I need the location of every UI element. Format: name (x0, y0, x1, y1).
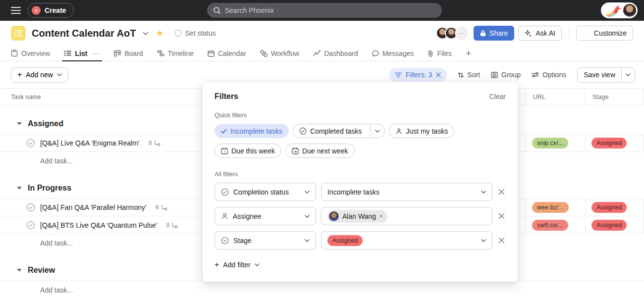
quick-filter-due-next-week[interactable]: Due next week (285, 144, 355, 158)
set-status-label: Set status (185, 29, 216, 37)
project-chevron-down-icon[interactable] (143, 32, 149, 36)
quick-filter-due-this-week[interactable]: 7 Due this week (215, 144, 281, 158)
share-button-label: Share (489, 29, 508, 37)
add-tab-button[interactable]: + (466, 48, 471, 59)
task-check-circle-icon[interactable] (26, 203, 35, 212)
tab-list[interactable]: List ··· (64, 46, 100, 61)
filter-value-dropdown[interactable]: Alan Wang × (321, 207, 492, 225)
workflow-icon (260, 50, 268, 57)
clear-filters-x-icon[interactable] (436, 72, 441, 77)
stage-cell[interactable]: Assigned (585, 135, 644, 151)
share-button[interactable]: Share (474, 26, 514, 41)
quick-filter-completed-tasks-main[interactable]: Completed tasks (293, 124, 367, 138)
collapse-triangle-icon[interactable] (17, 187, 22, 190)
assignee-chip[interactable]: Alan Wang × (327, 210, 387, 223)
member-avatars[interactable]: ··· (436, 27, 468, 40)
hamburger-menu-icon[interactable] (11, 7, 21, 14)
remove-filter-x-icon[interactable] (497, 236, 506, 245)
filter-field-dropdown[interactable]: Assignee (215, 207, 316, 225)
filters-active-chip[interactable]: Filters: 3 (389, 68, 447, 82)
customize-button[interactable]: Customize (576, 26, 633, 41)
subtask-count: 8 (166, 222, 178, 229)
subtask-icon (154, 140, 161, 146)
stage-cell[interactable]: Assigned (585, 216, 644, 234)
sort-icon (458, 72, 464, 78)
remove-assignee-x-icon[interactable]: × (379, 213, 383, 220)
customize-label: Customize (594, 29, 627, 37)
tab-calendar-label: Calendar (218, 50, 246, 57)
phoenix-bird-icon (605, 4, 622, 17)
project-icon[interactable] (11, 26, 26, 41)
tab-dashboard[interactable]: Dashboard (313, 46, 358, 61)
save-view-chevron-button[interactable] (621, 68, 635, 82)
favorite-star-icon[interactable]: ★ (156, 28, 163, 39)
add-task-row[interactable]: Add task... (0, 281, 644, 298)
remove-filter-x-icon[interactable] (497, 212, 506, 220)
create-button[interactable]: + Create (28, 3, 74, 18)
add-new-button[interactable]: + Add new (11, 67, 68, 83)
search-bar[interactable] (207, 3, 442, 18)
filter-row-completion-status: Completion status Incomplete tasks (215, 183, 506, 201)
url-pill: wee.bz/... (532, 202, 569, 213)
chevron-down-icon (305, 239, 310, 242)
clear-filters-button[interactable]: Clear (489, 93, 506, 100)
check-icon (221, 129, 227, 134)
save-view-split-button: Save view (577, 67, 635, 83)
topbar: + Create (0, 0, 644, 21)
all-filters-label: All filters (215, 171, 506, 178)
section-title: Assigned (28, 119, 63, 128)
url-cell[interactable]: wee.bz/... (526, 199, 585, 216)
overview-icon (11, 50, 18, 57)
sort-button[interactable]: Sort (458, 71, 480, 79)
task-name[interactable]: [Q&A] Live Q&A 'Enigma Realm' (40, 139, 140, 147)
url-cell[interactable]: snip.cx/... (526, 135, 585, 151)
chevron-down-icon (57, 73, 62, 76)
tab-files[interactable]: Files (428, 46, 452, 61)
add-filter-button[interactable]: + Add filter (215, 260, 506, 269)
stage-cell[interactable]: Assigned (585, 199, 644, 216)
url-cell[interactable]: swft.co/... (526, 216, 585, 234)
task-name[interactable]: [Q&A] BTS Live Q&A 'Quantum Pulse' (40, 221, 157, 229)
task-name[interactable]: [Q&A] Fan Q&A 'Parallel Harmony' (40, 203, 147, 211)
lock-icon (480, 30, 486, 37)
collapse-triangle-icon[interactable] (17, 269, 22, 272)
ask-ai-button[interactable]: Ask AI (518, 26, 562, 41)
tab-messages-label: Messages (382, 50, 414, 57)
search-icon (213, 6, 221, 14)
calendar-icon (208, 50, 215, 57)
filter-value-dropdown[interactable]: Assigned (321, 231, 492, 249)
user-avatar[interactable] (623, 4, 636, 17)
quick-filter-incomplete-tasks[interactable]: Incomplete tasks (215, 124, 289, 138)
remove-filter-x-icon[interactable] (497, 188, 506, 196)
user-avatar-pill[interactable] (601, 2, 638, 18)
tab-list-overflow-icon[interactable]: ··· (92, 50, 100, 57)
save-view-button[interactable]: Save view (578, 68, 621, 82)
quick-filter-just-my-tasks[interactable]: Just my tasks (389, 124, 454, 138)
task-check-circle-icon[interactable] (26, 221, 35, 230)
filter-value-dropdown[interactable]: Incomplete tasks (321, 183, 492, 201)
tab-timeline[interactable]: Timeline (157, 46, 194, 61)
set-status-button[interactable]: Set status (175, 29, 216, 37)
tab-messages[interactable]: Messages (372, 46, 414, 61)
quick-filter-completed-tasks-chevron[interactable] (370, 124, 384, 138)
tab-board[interactable]: Board (114, 46, 143, 61)
options-label: Options (542, 71, 566, 79)
group-button[interactable]: Group (491, 71, 521, 79)
task-check-circle-icon[interactable] (26, 139, 35, 148)
more-members-button[interactable]: ··· (455, 27, 468, 40)
filter-field-dropdown[interactable]: Completion status (215, 183, 316, 201)
column-header-stage[interactable]: Stage (585, 89, 644, 105)
status-circle-icon (175, 30, 182, 37)
tab-workflow[interactable]: Workflow (260, 46, 299, 61)
options-button[interactable]: Options (532, 71, 566, 79)
collapse-triangle-icon[interactable] (17, 122, 22, 125)
filter-field-dropdown[interactable]: Stage (215, 231, 316, 249)
column-header-url[interactable]: URL (526, 89, 585, 105)
tab-calendar[interactable]: Calendar (208, 46, 246, 61)
section-title: Review (28, 266, 55, 275)
stage-pill: Assigned (591, 220, 627, 231)
tab-overview[interactable]: Overview (11, 46, 50, 61)
search-input[interactable] (225, 6, 436, 14)
add-new-label: Add new (26, 71, 53, 79)
person-icon (221, 212, 228, 220)
